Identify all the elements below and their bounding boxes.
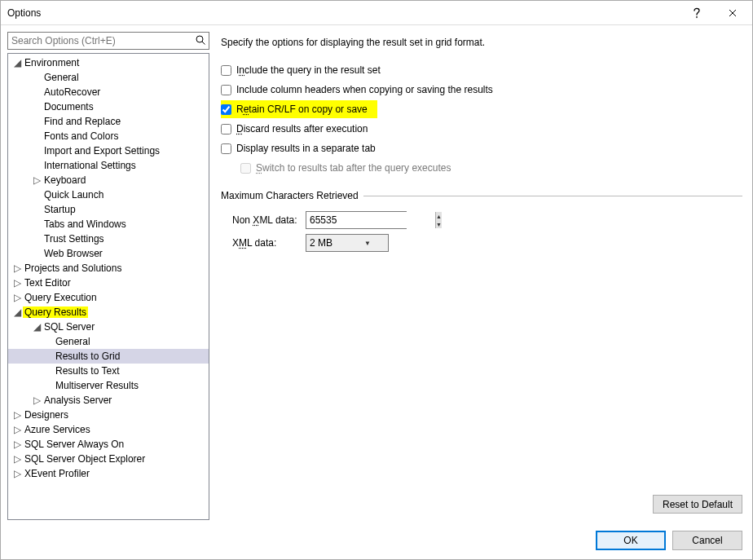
tree-node-results-to-grid[interactable]: Results to Grid: [8, 349, 209, 364]
non-xml-input[interactable]: [306, 212, 435, 228]
tree-node-designers[interactable]: ▷Designers: [8, 408, 209, 422]
tree-node-import-export[interactable]: Import and Export Settings: [8, 143, 209, 158]
tree-node-query-execution[interactable]: ▷Query Execution: [8, 290, 209, 305]
titlebar: Options: [1, 1, 752, 25]
expander-open-icon[interactable]: ◢: [11, 306, 23, 318]
spin-down-icon[interactable]: ▼: [436, 220, 442, 228]
tree-node-sql-object-explorer[interactable]: ▷SQL Server Object Explorer: [8, 452, 209, 466]
expander-closed-icon[interactable]: ▷: [11, 292, 23, 303]
checkbox-label: Display results in a separate tab: [236, 143, 376, 154]
expander-closed-icon[interactable]: ▷: [11, 439, 23, 450]
fieldset-max-chars: Maximum Characters Retrieved Non XML dat…: [221, 190, 742, 255]
tree-node-projects-solutions[interactable]: ▷Projects and Solutions: [8, 261, 209, 276]
checkbox-discard-results[interactable]: [221, 124, 231, 134]
checkbox-label: Discard results after execution: [236, 123, 368, 134]
checkbox-include-query[interactable]: [221, 65, 231, 76]
tree-node-query-results[interactable]: ◢Query Results: [8, 305, 209, 320]
tree-node-autorecover[interactable]: AutoRecover: [8, 85, 209, 99]
expander-closed-icon[interactable]: ▷: [11, 409, 23, 421]
help-button[interactable]: [679, 2, 715, 24]
fieldset-legend: Maximum Characters Retrieved: [221, 190, 363, 201]
tree-node-sql-server[interactable]: ◢SQL Server: [8, 320, 209, 334]
tree-node-multiserver-results[interactable]: Multiserver Results: [8, 378, 209, 393]
reset-button[interactable]: Reset to Default: [653, 495, 742, 514]
checkbox-switch-tab: [240, 163, 251, 174]
options-tree[interactable]: ◢Environment General AutoRecover Documen…: [7, 53, 209, 520]
tree-node-sql-always-on[interactable]: ▷SQL Server Always On: [8, 437, 209, 452]
xml-combo-value: 2 MB: [306, 237, 347, 249]
expander-open-icon[interactable]: ◢: [31, 321, 42, 333]
expander-closed-icon[interactable]: ▷: [11, 468, 23, 479]
expander-closed-icon[interactable]: ▷: [31, 395, 42, 406]
tree-node-general[interactable]: General: [8, 70, 209, 85]
cancel-button[interactable]: Cancel: [672, 531, 742, 550]
expander-closed-icon[interactable]: ▷: [11, 453, 23, 465]
left-pane: ◢Environment General AutoRecover Documen…: [7, 32, 209, 520]
checkbox-label: Switch to results tab after the query ex…: [256, 162, 451, 174]
tree-node-fonts-colors[interactable]: Fonts and Colors: [8, 129, 209, 143]
window-title: Options: [7, 7, 679, 19]
field-row-non-xml: Non XML data: ▲ ▼: [221, 209, 742, 231]
checkbox-row-include-query: Include the query in the result set: [221, 61, 742, 79]
close-icon: [729, 9, 737, 17]
options-dialog: Options ◢Environment General AutoRecover…: [0, 0, 753, 560]
tree-node-tabs-windows[interactable]: Tabs and Windows: [8, 217, 209, 231]
checkbox-row-switch-tab: Switch to results tab after the query ex…: [221, 159, 742, 177]
tree-node-documents[interactable]: Documents: [8, 99, 209, 114]
non-xml-label: Non XML data:: [232, 214, 306, 226]
checkbox-label: Include the query in the result set: [236, 64, 381, 76]
tree-node-azure-services[interactable]: ▷Azure Services: [8, 422, 209, 437]
tree-node-text-editor[interactable]: ▷Text Editor: [8, 276, 209, 290]
checkbox-row-discard: Discard results after execution: [221, 120, 742, 138]
spin-up-icon[interactable]: ▲: [436, 212, 442, 220]
tree-node-environment[interactable]: ◢Environment: [8, 55, 209, 70]
ok-button[interactable]: OK: [596, 531, 666, 550]
spinner-buttons[interactable]: ▲ ▼: [435, 212, 442, 228]
close-button[interactable]: [715, 2, 751, 24]
tree-node-keyboard[interactable]: ▷Keyboard: [8, 173, 209, 187]
help-icon: [693, 7, 701, 19]
checkbox-retain-crlf[interactable]: [221, 104, 231, 115]
checkbox-row-separate-tab: Display results in a separate tab: [221, 139, 742, 157]
settings-panel: Specify the options for displaying the r…: [209, 32, 746, 520]
checkbox-row-retain-crlf: Retain CR/LF on copy or save: [221, 100, 377, 118]
search-input[interactable]: [7, 32, 209, 50]
non-xml-spinner[interactable]: ▲ ▼: [306, 211, 407, 229]
checkbox-separate-tab[interactable]: [221, 143, 231, 154]
tree-node-xevent-profiler[interactable]: ▷XEvent Profiler: [8, 466, 209, 481]
checkbox-label: Retain CR/LF on copy or save: [236, 104, 368, 115]
checkbox-include-headers[interactable]: [221, 85, 231, 95]
chevron-down-icon[interactable]: ▼: [347, 240, 388, 247]
checkbox-label: Include column headers when copying or s…: [236, 84, 493, 95]
tree-node-find-replace[interactable]: Find and Replace: [8, 114, 209, 129]
tree-node-quick-launch[interactable]: Quick Launch: [8, 187, 209, 202]
expander-open-icon[interactable]: ◢: [11, 57, 23, 68]
panel-description: Specify the options for displaying the r…: [221, 37, 742, 48]
tree-node-trust-settings[interactable]: Trust Settings: [8, 231, 209, 246]
expander-closed-icon[interactable]: ▷: [11, 424, 23, 435]
dialog-footer: OK Cancel: [1, 520, 752, 559]
tree-node-international[interactable]: International Settings: [8, 158, 209, 173]
checkbox-row-include-headers: Include column headers when copying or s…: [221, 81, 742, 99]
expander-closed-icon[interactable]: ▷: [31, 174, 42, 186]
field-row-xml: XML data: 2 MB ▼: [221, 232, 742, 254]
tree-node-web-browser[interactable]: Web Browser: [8, 246, 209, 261]
tree-node-general2[interactable]: General: [8, 334, 209, 349]
expander-closed-icon[interactable]: ▷: [11, 262, 23, 274]
tree-node-startup[interactable]: Startup: [8, 202, 209, 217]
tree-node-analysis-server[interactable]: ▷Analysis Server: [8, 393, 209, 408]
expander-closed-icon[interactable]: ▷: [11, 277, 23, 289]
tree-node-results-to-text[interactable]: Results to Text: [8, 364, 209, 378]
xml-combo[interactable]: 2 MB ▼: [306, 234, 389, 252]
xml-label: XML data:: [232, 237, 306, 249]
